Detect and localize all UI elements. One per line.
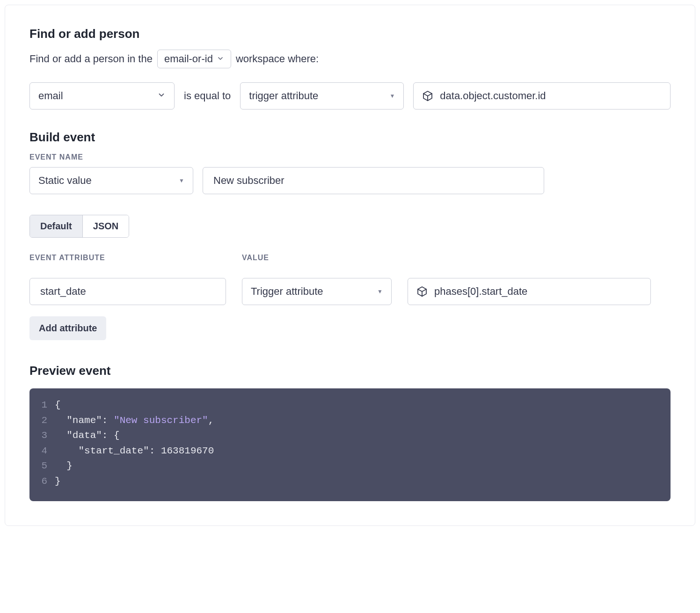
- cube-icon: [422, 90, 433, 102]
- preview-code-block: 1 { 2 "name": "New subscriber", 3 "data"…: [29, 388, 671, 501]
- find-person-intro: Find or add a person in the email-or-id …: [29, 50, 671, 68]
- find-person-title: Find or add person: [29, 27, 671, 41]
- intro-text-after: workspace where:: [236, 53, 319, 65]
- event-name-label: Event Name: [29, 153, 671, 161]
- workspace-mode-select[interactable]: email-or-id: [157, 50, 231, 68]
- value-path-input[interactable]: phases[0].start_date: [408, 278, 651, 305]
- find-person-condition-row: email is equal to trigger attribute ▼ da…: [29, 82, 671, 109]
- event-name-type-value: Static value: [38, 175, 92, 187]
- build-event-title: Build event: [29, 130, 671, 145]
- event-name-input-wrap: [203, 167, 544, 194]
- caret-down-icon: ▼: [179, 177, 184, 184]
- attribute-select[interactable]: email: [29, 82, 175, 109]
- line-number: 5: [38, 459, 55, 474]
- value-path-text: phases[0].start_date: [434, 285, 527, 298]
- preview-event-title: Preview event: [29, 364, 671, 378]
- code-line: 2 "name": "New subscriber",: [38, 413, 659, 429]
- match-type-select[interactable]: trigger attribute ▼: [240, 82, 404, 109]
- intro-text-before: Find or add a person in the: [29, 53, 153, 65]
- line-number: 1: [38, 398, 55, 413]
- code-content: "data": {: [55, 428, 120, 444]
- trigger-path-value: data.object.customer.id: [440, 90, 546, 102]
- event-attribute-input-wrap: [29, 278, 226, 305]
- line-number: 6: [38, 474, 55, 489]
- cube-icon: [416, 286, 428, 297]
- caret-down-icon: ▼: [389, 93, 395, 99]
- code-content: }: [55, 459, 73, 474]
- code-line: 3 "data": {: [38, 428, 659, 444]
- tab-default[interactable]: Default: [30, 215, 82, 237]
- add-attribute-button[interactable]: Add attribute: [29, 316, 106, 340]
- code-content: {: [55, 398, 61, 413]
- event-builder-panel: Find or add person Find or add a person …: [5, 5, 695, 526]
- trigger-path-input[interactable]: data.object.customer.id: [413, 82, 671, 109]
- workspace-mode-value: email-or-id: [164, 53, 213, 65]
- code-line: 5 }: [38, 459, 659, 474]
- event-name-row: Static value ▼: [29, 167, 671, 194]
- code-content: "start_date": 163819670: [55, 444, 214, 459]
- line-number: 3: [38, 428, 55, 444]
- value-type-select[interactable]: Trigger attribute ▼: [242, 278, 392, 305]
- code-content: "name": "New subscriber",: [55, 413, 214, 429]
- event-format-toggle: Default JSON: [29, 215, 129, 238]
- line-number: 2: [38, 413, 55, 429]
- event-attribute-label: Event Attribute: [29, 254, 226, 262]
- chevron-down-icon: [217, 53, 224, 65]
- code-line: 1 {: [38, 398, 659, 413]
- tab-json[interactable]: JSON: [82, 215, 129, 237]
- value-type-value: Trigger attribute: [251, 285, 323, 298]
- event-attribute-grid: Event Attribute Value Trigger attribute …: [29, 254, 671, 305]
- line-number: 4: [38, 444, 55, 459]
- code-line: 4 "start_date": 163819670: [38, 444, 659, 459]
- operator-text: is equal to: [184, 90, 231, 102]
- match-type-value: trigger attribute: [249, 90, 318, 102]
- chevron-down-icon: [157, 90, 166, 102]
- value-label: Value: [242, 254, 392, 262]
- code-line: 6 }: [38, 474, 659, 489]
- event-name-type-select[interactable]: Static value ▼: [29, 167, 193, 194]
- attribute-value: email: [38, 90, 63, 102]
- caret-down-icon: ▼: [377, 288, 383, 295]
- event-attribute-input[interactable]: [40, 285, 215, 298]
- code-content: }: [55, 474, 61, 489]
- event-name-input[interactable]: [213, 175, 533, 187]
